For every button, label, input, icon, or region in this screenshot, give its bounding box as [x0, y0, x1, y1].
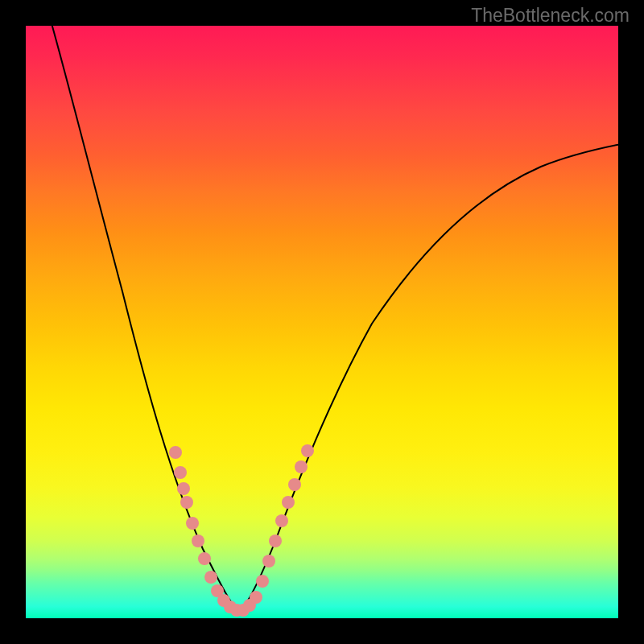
data-point [282, 496, 295, 509]
data-point [295, 460, 308, 473]
bottleneck-curve-right [239, 142, 618, 612]
watermark-text: TheBottleneck.com [471, 5, 630, 27]
data-point [250, 591, 262, 604]
data-point [198, 552, 211, 565]
data-point [262, 555, 275, 568]
data-point [275, 514, 288, 527]
data-point [186, 517, 199, 530]
data-point [174, 466, 187, 479]
data-point [301, 444, 314, 457]
data-point [180, 496, 193, 509]
data-point [288, 478, 301, 491]
data-point [269, 535, 282, 547]
data-point [256, 575, 269, 588]
chart-plot-area [26, 26, 618, 618]
data-point [169, 446, 182, 459]
data-point [204, 571, 217, 584]
data-point [192, 535, 204, 547]
data-point [177, 482, 190, 495]
bottleneck-curve-left [50, 26, 239, 612]
chart-svg [26, 26, 618, 618]
